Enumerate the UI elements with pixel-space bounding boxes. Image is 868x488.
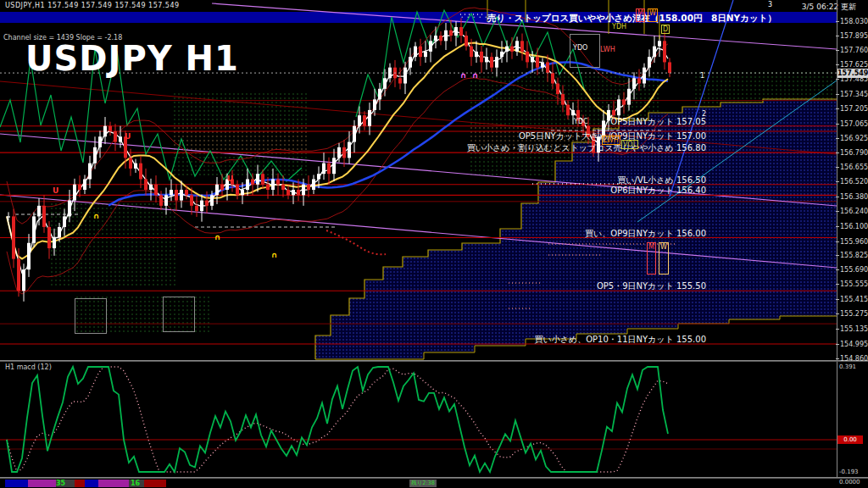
chart-tag-2: 2 (702, 110, 706, 118)
price-axis-label: 156.520 (840, 178, 868, 186)
arc-marker: ∩ (460, 71, 466, 80)
price-axis-label: 156.380 (840, 193, 868, 201)
chart-tag-1: 1 (700, 72, 704, 80)
macd-current-box: 0.00 (837, 435, 863, 444)
price-axis-label: 155.135 (840, 325, 868, 333)
signal-segment (166, 480, 837, 487)
price-axis-label: 155.690 (840, 266, 868, 274)
chart-tag-lwh: LWH (602, 136, 620, 145)
range-box (163, 297, 195, 332)
signal-segment (5, 480, 28, 487)
chart-tag-m: M (636, 8, 645, 22)
updated-timestamp: 3/5 06:22 更新 (802, 2, 856, 13)
price-axis-label: 156.790 (840, 149, 868, 157)
price-axis-label: 157.760 (840, 47, 868, 54)
macd-scale-bottom: -0.193 (839, 469, 859, 475)
price-axis-label: 157.065 (840, 120, 868, 128)
macd-scale-top: 0.391 (839, 363, 856, 370)
level-annotation: 買い、OP9日NYカット 156.00 (585, 228, 706, 240)
current-price-box: 157.549 (837, 69, 868, 78)
chart-tag-m: M (647, 242, 656, 274)
signal-segment (85, 480, 98, 487)
macd-scale-base: 0.0000 (839, 479, 860, 485)
arc-marker: ∩ (93, 212, 99, 220)
price-axis-label: 155.825 (840, 252, 868, 259)
range-box (75, 298, 107, 334)
price-axis-label: 157.625 (840, 61, 868, 69)
price-axis-label: 154.860 (840, 355, 868, 363)
arc-marker: ∩ (214, 233, 220, 241)
price-axis-label: 157.205 (840, 105, 868, 113)
chart-tag-w: W (648, 8, 658, 22)
level-annotation: OP5日NYカット 157.05 (610, 116, 706, 128)
price-axis-label: 156.925 (840, 135, 868, 142)
chart-tag-w: W (659, 242, 669, 274)
symbol-ohlc-line: USDJPY,H1 157.549 157.549 157.549 157.54… (5, 2, 180, 9)
price-axis-label: 155.555 (840, 280, 868, 288)
signal-segment (144, 480, 166, 487)
level-annotation: 買い小さめ・割り込むとストップロス売りやや小さめ 156.80 (467, 142, 706, 154)
macd-indicator-canvas[interactable] (0, 362, 837, 477)
mt4-chart-window: USDJPY,H1 157.549 157.549 157.549 157.54… (0, 0, 868, 488)
bottom-separator (0, 477, 868, 479)
banner-annotation: 売り・ストップロス買いやや小さめ混在（158.00円 8日NYカット） (487, 13, 776, 25)
chart-tag-vol: VOL (621, 140, 638, 149)
indicator-label: H1 macd (12) (5, 363, 52, 371)
arc-marker: ∩ (271, 251, 277, 259)
arc-marker: U (227, 175, 233, 183)
arc-marker: ∩ (472, 71, 478, 80)
chart-tag-3: 3 (768, 1, 772, 8)
price-axis-label: 156.240 (840, 208, 868, 215)
chart-tag-d: D (661, 25, 670, 34)
level-annotation: OP5・9日NYカット 155.50 (597, 280, 706, 292)
price-axis-label: 155.960 (840, 238, 868, 246)
price-axis-label: 157.345 (840, 91, 868, 98)
range-box (570, 34, 600, 68)
price-axis-label: 156.655 (840, 164, 868, 171)
level-annotation: OP6日NYカット 156.40 (610, 185, 706, 197)
candle-timer: 残り2:38 (409, 480, 437, 487)
price-axis-label: 158.030 (840, 18, 868, 25)
signal-count-left: 35 (56, 480, 65, 487)
chart-tag-ydh: YDH (612, 23, 626, 30)
chart-tag-ydc: YDC (574, 118, 588, 125)
symbol-watermark: USDJPY H1 (25, 39, 239, 78)
signal-segment (98, 480, 129, 487)
price-axis-label: 155.415 (840, 296, 868, 303)
panel-separator[interactable] (0, 360, 868, 362)
chart-tag-lwh: LWH (600, 46, 615, 53)
signal-count-right: 16 (131, 480, 140, 487)
price-axis-label: 156.100 (840, 223, 868, 230)
arc-marker: U (53, 186, 58, 195)
price-axis-label: 154.995 (840, 341, 868, 348)
signal-segment (75, 480, 85, 487)
arc-marker: U (125, 132, 131, 141)
signal-segment (28, 480, 56, 487)
price-axis-label: 155.275 (840, 310, 868, 318)
level-annotation: 買い小さめ、OP10・11日NYカット 155.00 (534, 334, 706, 346)
price-axis-label: 157.895 (840, 32, 868, 40)
